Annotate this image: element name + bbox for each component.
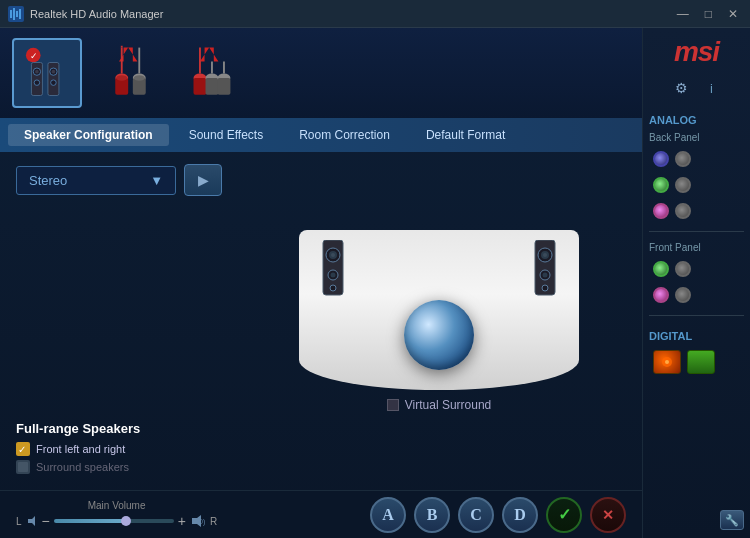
divider-2 bbox=[649, 315, 744, 316]
port-front-gray[interactable] bbox=[675, 261, 691, 277]
close-button[interactable]: ✕ bbox=[724, 7, 742, 21]
speaker-mode-dropdown[interactable]: Stereo ▼ bbox=[16, 166, 176, 195]
tab-sound-effects[interactable]: Sound Effects bbox=[173, 124, 280, 146]
content-area: Stereo ▼ ▶ Full-range Speakers bbox=[0, 152, 642, 490]
svg-text:): ) bbox=[203, 518, 205, 526]
svg-marker-53 bbox=[28, 516, 35, 526]
button-c[interactable]: C bbox=[458, 497, 494, 533]
info-icon: i bbox=[710, 81, 713, 96]
window-controls: — □ ✕ bbox=[673, 7, 742, 21]
volume-slider[interactable] bbox=[54, 519, 174, 523]
settings-icon-button[interactable]: ⚙ bbox=[672, 78, 692, 98]
svg-rect-2 bbox=[13, 8, 15, 20]
surround-checkbox[interactable] bbox=[16, 460, 30, 474]
right-channel-label: R bbox=[210, 516, 217, 527]
connector-svg-1 bbox=[103, 43, 158, 103]
connector-icon-2[interactable] bbox=[179, 38, 244, 108]
svg-rect-7 bbox=[31, 62, 42, 95]
back-panel-ports-row3 bbox=[649, 203, 744, 219]
right-speaker bbox=[531, 240, 559, 300]
x-icon: ✕ bbox=[602, 507, 614, 523]
titlebar: Realtek HD Audio Manager — □ ✕ bbox=[0, 0, 750, 28]
svg-rect-38 bbox=[18, 462, 28, 472]
analog-title: ANALOG bbox=[649, 114, 744, 126]
back-panel-ports-row1 bbox=[649, 151, 744, 167]
wrench-button[interactable]: 🔧 bbox=[720, 510, 744, 530]
port-back-blue[interactable] bbox=[653, 151, 669, 167]
maximize-button[interactable]: □ bbox=[701, 7, 716, 21]
svg-point-49 bbox=[543, 253, 547, 257]
port-back-gray[interactable] bbox=[675, 151, 691, 167]
speaker-visual: Virtual Surround bbox=[252, 164, 626, 478]
port-back-gray2[interactable] bbox=[675, 177, 691, 193]
left-channel-label: L bbox=[16, 516, 22, 527]
fullrange-title: Full-range Speakers bbox=[16, 421, 236, 436]
digital-green-button[interactable] bbox=[687, 350, 715, 374]
svg-rect-3 bbox=[16, 11, 18, 17]
info-icon-button[interactable]: i bbox=[702, 78, 722, 98]
tab-default-format[interactable]: Default Format bbox=[410, 124, 521, 146]
svg-text:✓: ✓ bbox=[30, 50, 38, 60]
virtual-surround-label: Virtual Surround bbox=[405, 398, 492, 412]
port-back-pink[interactable] bbox=[653, 203, 669, 219]
volume-label: Main Volume bbox=[88, 500, 146, 511]
lr-row: L − + ) ) R bbox=[16, 513, 217, 529]
volume-control: Main Volume L − + ) bbox=[16, 500, 358, 529]
divider-1 bbox=[649, 231, 744, 232]
minimize-button[interactable]: — bbox=[673, 7, 693, 21]
plus-label: + bbox=[178, 513, 186, 529]
device-row: ✓ bbox=[0, 28, 642, 118]
tabs: Speaker Configuration Sound Effects Room… bbox=[0, 118, 642, 152]
front-panel-title: Front Panel bbox=[649, 242, 744, 253]
digital-ports-row bbox=[649, 350, 744, 374]
check-icon: ✓ bbox=[558, 505, 571, 524]
back-panel-ports-row2 bbox=[649, 177, 744, 193]
svg-rect-11 bbox=[48, 62, 59, 95]
speaker-config-controls: Stereo ▼ ▶ bbox=[16, 164, 236, 196]
svg-marker-54 bbox=[192, 515, 201, 527]
port-front-pink[interactable] bbox=[653, 287, 669, 303]
main-content: ✓ bbox=[0, 28, 750, 538]
tab-room-correction[interactable]: Room Correction bbox=[283, 124, 406, 146]
svg-point-44 bbox=[331, 273, 336, 278]
digital-optical-button[interactable] bbox=[653, 350, 681, 374]
minus-label: − bbox=[42, 513, 50, 529]
port-front-gray2[interactable] bbox=[675, 287, 691, 303]
port-back-green[interactable] bbox=[653, 177, 669, 193]
port-back-gray3[interactable] bbox=[675, 203, 691, 219]
digital-title: DIGITAL bbox=[649, 330, 744, 342]
connector-icon-1[interactable] bbox=[98, 38, 163, 108]
button-b[interactable]: B bbox=[414, 497, 450, 533]
spacer bbox=[16, 208, 236, 401]
cancel-button[interactable]: ✕ bbox=[590, 497, 626, 533]
svg-point-58 bbox=[665, 360, 669, 364]
play-button[interactable]: ▶ bbox=[184, 164, 222, 196]
surround-label: Surround speakers bbox=[36, 461, 129, 473]
volume-high-icon: ) ) bbox=[190, 513, 206, 529]
svg-rect-31 bbox=[218, 78, 231, 95]
virtual-surround-checkbox[interactable] bbox=[387, 399, 399, 411]
volume-thumb[interactable] bbox=[121, 516, 131, 526]
tab-speaker-configuration[interactable]: Speaker Configuration bbox=[8, 124, 169, 146]
svg-point-14 bbox=[51, 79, 57, 85]
svg-marker-25 bbox=[200, 48, 218, 62]
svg-point-10 bbox=[34, 79, 39, 85]
window-title: Realtek HD Audio Manager bbox=[30, 8, 673, 20]
svg-point-18 bbox=[116, 75, 127, 81]
port-front-green[interactable] bbox=[653, 261, 669, 277]
button-d[interactable]: D bbox=[502, 497, 538, 533]
speaker-device-icon[interactable]: ✓ bbox=[12, 38, 82, 108]
button-a[interactable]: A bbox=[370, 497, 406, 533]
virtual-surround-row: Virtual Surround bbox=[387, 398, 492, 412]
svg-rect-1 bbox=[10, 10, 12, 18]
ok-button[interactable]: ✓ bbox=[546, 497, 582, 533]
front-checkbox[interactable]: ✓ bbox=[16, 442, 30, 456]
wrench-icon: 🔧 bbox=[725, 514, 739, 527]
msi-logo: msi bbox=[674, 36, 719, 68]
app-icon bbox=[8, 6, 24, 22]
svg-rect-27 bbox=[194, 78, 207, 95]
right-icon-row: ⚙ i bbox=[672, 78, 722, 98]
front-label: Front left and right bbox=[36, 443, 125, 455]
volume-wrap: Main Volume L − + ) bbox=[16, 500, 217, 529]
bottom-buttons: A B C D ✓ ✕ bbox=[370, 497, 626, 533]
